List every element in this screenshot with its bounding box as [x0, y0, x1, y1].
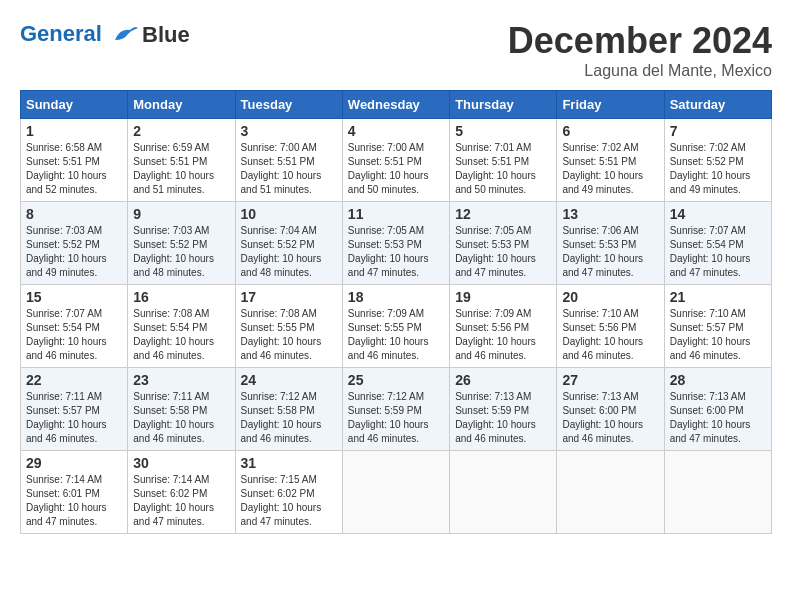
daylight-text: Daylight: 10 hours and 49 minutes.: [670, 169, 766, 197]
day-number: 14: [670, 206, 766, 222]
daylight-text: Daylight: 10 hours and 51 minutes.: [133, 169, 229, 197]
day-number: 11: [348, 206, 444, 222]
sunrise-text: Sunrise: 7:09 AM: [455, 307, 551, 321]
daylight-text: Daylight: 10 hours and 47 minutes.: [133, 501, 229, 529]
day-number: 21: [670, 289, 766, 305]
day-content: Sunrise: 7:07 AMSunset: 5:54 PMDaylight:…: [26, 307, 122, 363]
sunrise-text: Sunrise: 7:04 AM: [241, 224, 337, 238]
day-content: Sunrise: 7:05 AMSunset: 5:53 PMDaylight:…: [455, 224, 551, 280]
daylight-text: Daylight: 10 hours and 48 minutes.: [133, 252, 229, 280]
day-number: 16: [133, 289, 229, 305]
day-number: 23: [133, 372, 229, 388]
calendar-day-cell: 4Sunrise: 7:00 AMSunset: 5:51 PMDaylight…: [342, 119, 449, 202]
day-number: 19: [455, 289, 551, 305]
day-number: 4: [348, 123, 444, 139]
daylight-text: Daylight: 10 hours and 46 minutes.: [26, 418, 122, 446]
sunset-text: Sunset: 6:02 PM: [133, 487, 229, 501]
daylight-text: Daylight: 10 hours and 52 minutes.: [26, 169, 122, 197]
daylight-text: Daylight: 10 hours and 46 minutes.: [562, 418, 658, 446]
day-content: Sunrise: 7:14 AMSunset: 6:01 PMDaylight:…: [26, 473, 122, 529]
sunset-text: Sunset: 5:59 PM: [348, 404, 444, 418]
page-header: General Blue December 2024 Laguna del Ma…: [20, 20, 772, 80]
sunset-text: Sunset: 5:52 PM: [241, 238, 337, 252]
calendar-day-cell: 28Sunrise: 7:13 AMSunset: 6:00 PMDayligh…: [664, 368, 771, 451]
sunrise-text: Sunrise: 7:02 AM: [562, 141, 658, 155]
calendar-day-cell: 6Sunrise: 7:02 AMSunset: 5:51 PMDaylight…: [557, 119, 664, 202]
sunset-text: Sunset: 5:51 PM: [562, 155, 658, 169]
calendar-day-cell: 27Sunrise: 7:13 AMSunset: 6:00 PMDayligh…: [557, 368, 664, 451]
calendar-day-cell: 1Sunrise: 6:58 AMSunset: 5:51 PMDaylight…: [21, 119, 128, 202]
day-content: Sunrise: 7:05 AMSunset: 5:53 PMDaylight:…: [348, 224, 444, 280]
sunset-text: Sunset: 5:51 PM: [133, 155, 229, 169]
calendar-day-cell: 24Sunrise: 7:12 AMSunset: 5:58 PMDayligh…: [235, 368, 342, 451]
sunrise-text: Sunrise: 7:12 AM: [348, 390, 444, 404]
sunrise-text: Sunrise: 7:12 AM: [241, 390, 337, 404]
daylight-text: Daylight: 10 hours and 47 minutes.: [562, 252, 658, 280]
sunset-text: Sunset: 6:02 PM: [241, 487, 337, 501]
calendar-week-row: 22Sunrise: 7:11 AMSunset: 5:57 PMDayligh…: [21, 368, 772, 451]
day-number: 27: [562, 372, 658, 388]
logo-bird-icon: [110, 20, 140, 50]
day-number: 5: [455, 123, 551, 139]
daylight-text: Daylight: 10 hours and 47 minutes.: [455, 252, 551, 280]
sunrise-text: Sunrise: 7:14 AM: [26, 473, 122, 487]
sunrise-text: Sunrise: 7:10 AM: [670, 307, 766, 321]
daylight-text: Daylight: 10 hours and 46 minutes.: [26, 335, 122, 363]
daylight-text: Daylight: 10 hours and 46 minutes.: [133, 418, 229, 446]
empty-cell: [450, 451, 557, 534]
day-content: Sunrise: 7:13 AMSunset: 6:00 PMDaylight:…: [670, 390, 766, 446]
sunrise-text: Sunrise: 7:01 AM: [455, 141, 551, 155]
daylight-text: Daylight: 10 hours and 47 minutes.: [348, 252, 444, 280]
day-content: Sunrise: 7:00 AMSunset: 5:51 PMDaylight:…: [241, 141, 337, 197]
daylight-text: Daylight: 10 hours and 48 minutes.: [241, 252, 337, 280]
day-content: Sunrise: 7:00 AMSunset: 5:51 PMDaylight:…: [348, 141, 444, 197]
sunset-text: Sunset: 5:54 PM: [133, 321, 229, 335]
daylight-text: Daylight: 10 hours and 46 minutes.: [562, 335, 658, 363]
calendar-day-cell: 18Sunrise: 7:09 AMSunset: 5:55 PMDayligh…: [342, 285, 449, 368]
sunset-text: Sunset: 6:00 PM: [670, 404, 766, 418]
day-number: 22: [26, 372, 122, 388]
day-number: 7: [670, 123, 766, 139]
calendar-day-cell: 19Sunrise: 7:09 AMSunset: 5:56 PMDayligh…: [450, 285, 557, 368]
daylight-text: Daylight: 10 hours and 46 minutes.: [241, 418, 337, 446]
day-number: 10: [241, 206, 337, 222]
sunset-text: Sunset: 5:55 PM: [241, 321, 337, 335]
sunset-text: Sunset: 5:55 PM: [348, 321, 444, 335]
sunrise-text: Sunrise: 7:15 AM: [241, 473, 337, 487]
calendar-day-cell: 3Sunrise: 7:00 AMSunset: 5:51 PMDaylight…: [235, 119, 342, 202]
sunrise-text: Sunrise: 7:05 AM: [348, 224, 444, 238]
sunset-text: Sunset: 5:51 PM: [455, 155, 551, 169]
calendar-day-cell: 31Sunrise: 7:15 AMSunset: 6:02 PMDayligh…: [235, 451, 342, 534]
day-content: Sunrise: 7:08 AMSunset: 5:54 PMDaylight:…: [133, 307, 229, 363]
sunset-text: Sunset: 5:56 PM: [562, 321, 658, 335]
sunrise-text: Sunrise: 7:14 AM: [133, 473, 229, 487]
sunrise-text: Sunrise: 6:58 AM: [26, 141, 122, 155]
daylight-text: Daylight: 10 hours and 46 minutes.: [455, 418, 551, 446]
calendar-day-cell: 15Sunrise: 7:07 AMSunset: 5:54 PMDayligh…: [21, 285, 128, 368]
sunset-text: Sunset: 5:54 PM: [26, 321, 122, 335]
day-number: 9: [133, 206, 229, 222]
sunrise-text: Sunrise: 7:05 AM: [455, 224, 551, 238]
calendar-day-cell: 29Sunrise: 7:14 AMSunset: 6:01 PMDayligh…: [21, 451, 128, 534]
day-content: Sunrise: 7:15 AMSunset: 6:02 PMDaylight:…: [241, 473, 337, 529]
empty-cell: [664, 451, 771, 534]
day-content: Sunrise: 7:13 AMSunset: 6:00 PMDaylight:…: [562, 390, 658, 446]
day-content: Sunrise: 6:58 AMSunset: 5:51 PMDaylight:…: [26, 141, 122, 197]
calendar-week-row: 29Sunrise: 7:14 AMSunset: 6:01 PMDayligh…: [21, 451, 772, 534]
daylight-text: Daylight: 10 hours and 46 minutes.: [241, 335, 337, 363]
day-number: 12: [455, 206, 551, 222]
sunset-text: Sunset: 5:52 PM: [133, 238, 229, 252]
day-content: Sunrise: 7:04 AMSunset: 5:52 PMDaylight:…: [241, 224, 337, 280]
day-content: Sunrise: 7:02 AMSunset: 5:52 PMDaylight:…: [670, 141, 766, 197]
sunset-text: Sunset: 5:52 PM: [670, 155, 766, 169]
sunrise-text: Sunrise: 7:11 AM: [133, 390, 229, 404]
daylight-text: Daylight: 10 hours and 50 minutes.: [455, 169, 551, 197]
month-title: December 2024: [508, 20, 772, 62]
day-number: 18: [348, 289, 444, 305]
daylight-text: Daylight: 10 hours and 47 minutes.: [241, 501, 337, 529]
weekday-header-friday: Friday: [557, 91, 664, 119]
day-content: Sunrise: 7:12 AMSunset: 5:58 PMDaylight:…: [241, 390, 337, 446]
day-number: 3: [241, 123, 337, 139]
calendar-day-cell: 13Sunrise: 7:06 AMSunset: 5:53 PMDayligh…: [557, 202, 664, 285]
logo: General Blue: [20, 20, 190, 50]
